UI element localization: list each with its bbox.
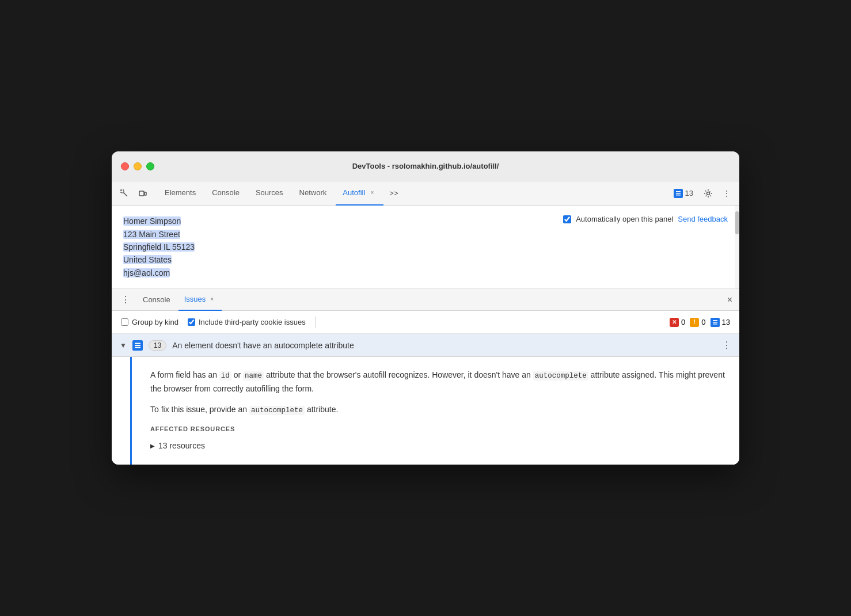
devtools-body: Homer Simpson 123 Main Street Springfiel…	[112, 206, 739, 465]
autofill-content: Homer Simpson 123 Main Street Springfiel…	[123, 215, 554, 279]
issue-detail: A form field has an id or name attribute…	[130, 357, 739, 465]
minimize-button[interactable]	[134, 162, 142, 170]
error-icon: ✕	[670, 318, 679, 327]
inspect-element-button[interactable]	[116, 185, 132, 201]
bottom-tab-console[interactable]: Console	[137, 289, 176, 311]
device-toolbar-button[interactable]	[135, 185, 151, 201]
svg-rect-3	[145, 192, 146, 195]
error-count-badge: ✕ 0	[670, 318, 685, 327]
affected-resources: AFFECTED RESOURCES ▶ 13 resources	[150, 424, 728, 453]
autofill-scrollbar[interactable]	[735, 206, 739, 288]
autocomplete-code-2: autocomplete	[249, 406, 305, 415]
svg-rect-9	[713, 322, 717, 323]
window-title: DevTools - rsolomakhin.github.io/autofil…	[352, 162, 499, 170]
autocomplete-code-1: autocomplete	[533, 371, 588, 381]
info-count-badge: 13	[711, 318, 730, 327]
issues-tab-close[interactable]: ×	[208, 295, 216, 303]
address-line-4: United States	[123, 253, 554, 266]
issue-description-2: To fix this issue, provide an autocomple…	[150, 403, 728, 417]
issues-filter-toolbar: Group by kind Include third-party cookie…	[112, 311, 739, 334]
svg-rect-6	[676, 195, 681, 196]
titlebar: DevTools - rsolomakhin.github.io/autofil…	[112, 151, 739, 181]
svg-rect-2	[139, 191, 144, 196]
autofill-address: Homer Simpson 123 Main Street Springfiel…	[123, 215, 554, 279]
svg-rect-11	[135, 343, 140, 344]
affected-resources-title: AFFECTED RESOURCES	[150, 424, 728, 435]
issue-title: An element doesn't have an autocomplete …	[172, 341, 716, 350]
svg-line-1	[124, 193, 127, 196]
svg-rect-8	[713, 320, 717, 321]
more-options-button[interactable]: ⋮	[719, 185, 735, 201]
settings-button[interactable]	[700, 185, 716, 201]
address-line-2: 123 Main Street	[123, 228, 554, 241]
third-party-cookies-checkbox[interactable]	[188, 318, 195, 326]
warning-count-badge: ! 0	[690, 318, 705, 327]
group-by-kind-checkbox[interactable]	[121, 318, 128, 326]
tab-sources[interactable]: Sources	[249, 181, 290, 206]
bottom-toolbar: ⋮ Console Issues × ×	[112, 289, 739, 311]
svg-rect-0	[121, 190, 124, 193]
issue-menu-button[interactable]: ⋮	[722, 340, 731, 351]
close-button[interactable]	[121, 162, 129, 170]
tab-autofill[interactable]: Autofill ×	[336, 181, 383, 206]
auto-open-checkbox[interactable]	[563, 215, 571, 223]
issues-icon	[674, 189, 683, 198]
issue-type-icon	[132, 340, 143, 351]
autofill-scrollbar-thumb	[735, 211, 739, 234]
svg-rect-4	[676, 191, 681, 192]
issue-description-1: A form field has an id or name attribute…	[150, 368, 728, 396]
tab-elements[interactable]: Elements	[158, 181, 203, 206]
svg-rect-5	[676, 193, 681, 194]
autofill-controls: Automatically open this panel Send feedb…	[563, 215, 728, 223]
group-by-kind-label[interactable]: Group by kind	[121, 318, 178, 326]
resources-expand-button[interactable]: ▶ 13 resources	[150, 439, 728, 453]
issues-counts: ✕ 0 ! 0	[670, 318, 730, 327]
traffic-lights	[121, 162, 154, 170]
svg-rect-10	[713, 324, 717, 325]
issues-badge-button[interactable]: 13	[669, 187, 698, 200]
devtools-toolbar: Elements Console Sources Network Autofil…	[112, 181, 739, 206]
toolbar-icons	[116, 185, 151, 201]
info-icon	[711, 318, 720, 327]
issue-expand-arrow[interactable]: ▼	[120, 341, 127, 349]
maximize-button[interactable]	[146, 162, 154, 170]
toolbar-right: 13 ⋮	[669, 185, 735, 201]
bottom-panel-menu[interactable]: ⋮	[116, 292, 135, 307]
bottom-panel: ⋮ Console Issues × × Group by kind	[112, 289, 739, 465]
devtools-window: DevTools - rsolomakhin.github.io/autofil…	[112, 151, 739, 465]
toolbar-divider	[315, 317, 316, 328]
svg-rect-12	[135, 345, 140, 346]
bottom-tab-issues[interactable]: Issues ×	[178, 289, 222, 311]
autofill-panel: Homer Simpson 123 Main Street Springfiel…	[112, 206, 739, 289]
more-tabs-button[interactable]: >>	[386, 181, 401, 206]
tab-console[interactable]: Console	[205, 181, 246, 206]
warning-icon: !	[690, 318, 699, 327]
autofill-tab-close[interactable]: ×	[367, 188, 377, 197]
svg-rect-13	[135, 347, 140, 348]
tab-network[interactable]: Network	[292, 181, 334, 206]
issue-row[interactable]: ▼ 13 An element doesn't have an autocomp…	[112, 334, 739, 357]
resources-arrow-icon: ▶	[150, 441, 155, 451]
svg-point-7	[707, 192, 710, 195]
third-party-cookies-label[interactable]: Include third-party cookie issues	[188, 318, 306, 326]
bottom-panel-close[interactable]: ×	[725, 292, 735, 307]
send-feedback-link[interactable]: Send feedback	[678, 215, 728, 223]
address-line-1: Homer Simpson	[123, 215, 554, 227]
address-line-5: hjs@aol.com	[123, 267, 554, 279]
id-code: id	[219, 371, 231, 381]
issue-count-badge: 13	[149, 340, 166, 351]
address-line-3: Springfield IL 55123	[123, 241, 554, 253]
name-code: name	[243, 371, 264, 381]
